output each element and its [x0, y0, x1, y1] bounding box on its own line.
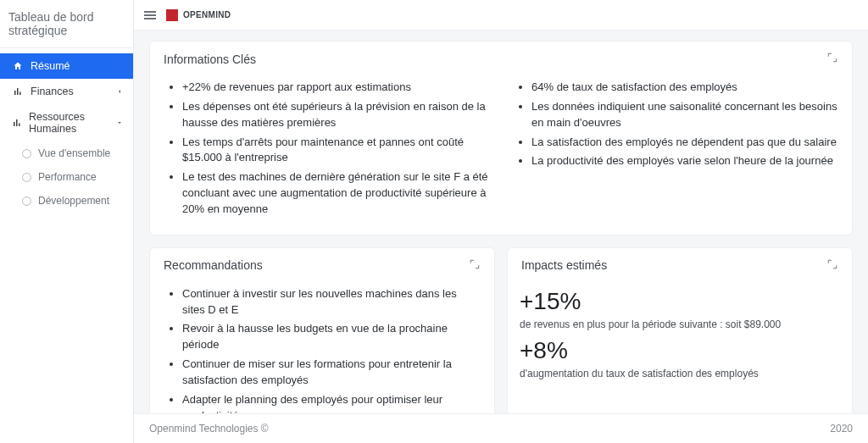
- chevron-left-icon: [116, 87, 123, 97]
- list-item: Les temps d'arrêts pour maintenance et p…: [182, 135, 491, 167]
- sidebar-item-resume[interactable]: Résumé: [0, 53, 133, 79]
- footer-copyright: Openmind Technologies ©: [149, 423, 269, 435]
- brand: OPENMIND: [166, 9, 231, 21]
- sidebar-item-label: Résumé: [31, 60, 70, 72]
- menu-icon[interactable]: [144, 11, 156, 19]
- list-item: Adapter le planning des employés pour op…: [182, 392, 482, 413]
- home-icon: [12, 60, 24, 72]
- radio-icon: [22, 149, 31, 158]
- radio-icon: [22, 173, 31, 182]
- app-title: Tableau de bord stratégique: [0, 0, 133, 48]
- expand-icon[interactable]: [826, 52, 838, 66]
- sidebar-subitem-label: Vue d'ensemble: [38, 147, 110, 159]
- chevron-down-icon: [116, 119, 123, 128]
- main: OPENMIND Informations Clés +22% de reven…: [134, 0, 868, 443]
- sidebar-item-finances[interactable]: Finances: [0, 79, 133, 104]
- list-item: La satisfaction des employés ne dépenden…: [531, 135, 840, 151]
- list-item: +22% de revenues par rapport aux estimat…: [182, 80, 491, 96]
- sidebar: Tableau de bord stratégique Résumé Finan…: [0, 0, 134, 443]
- brand-logo-icon: [166, 9, 178, 21]
- list-item: Continuer à investir sur les nouvelles m…: [182, 286, 482, 318]
- sidebar-subitem-label: Développement: [38, 195, 109, 207]
- sidebar-item-label: Finances: [31, 86, 74, 97]
- list-item: Revoir à la hausse les budgets en vue de…: [182, 321, 482, 353]
- chart-icon: [12, 86, 24, 97]
- footer-year: 2020: [830, 423, 853, 435]
- key-info-left-list: +22% de revenues par rapport aux estimat…: [162, 76, 491, 221]
- card-key-info: Informations Clés +22% de revenues par r…: [149, 41, 853, 235]
- list-item: Les données indiquient une saisonalité c…: [531, 99, 840, 131]
- sidebar-nav: Résumé Finances Ressources Humaines: [0, 48, 133, 213]
- sidebar-item-label: Ressources Humaines: [29, 111, 109, 135]
- list-item: Continuer de miser sur les formations po…: [182, 357, 482, 389]
- card-title: Impacts estimés: [521, 258, 607, 272]
- card-impacts: Impacts estimés +15% de revenus en plus …: [507, 247, 853, 413]
- expand-icon[interactable]: [826, 258, 838, 273]
- footer: Openmind Technologies © 2020: [134, 413, 868, 443]
- list-item: Le test des machines de dernière générat…: [182, 169, 491, 218]
- topbar: OPENMIND: [134, 0, 868, 30]
- sidebar-subitem-vue[interactable]: Vue d'ensemble: [8, 141, 133, 165]
- card-title: Informations Clés: [164, 53, 256, 66]
- brand-name: OPENMIND: [183, 10, 231, 19]
- recommendations-list: Continuer à investir sur les nouvelles m…: [162, 286, 482, 413]
- impact-figure: +15%: [520, 288, 840, 315]
- impact-figure: +8%: [520, 337, 840, 364]
- list-item: 64% de taux de satisfaction des employés: [531, 80, 840, 96]
- chart-icon: [12, 117, 22, 129]
- impact-caption: de revenus en plus pour la période suiva…: [520, 318, 840, 330]
- radio-icon: [22, 197, 31, 206]
- card-title: Recommandations: [164, 258, 263, 272]
- sidebar-item-rh[interactable]: Ressources Humaines: [0, 104, 133, 141]
- sidebar-submenu-rh: Vue d'ensemble Performance Développement: [0, 141, 133, 213]
- expand-icon[interactable]: [469, 258, 481, 273]
- list-item: La productivité des employés varie selon…: [531, 153, 840, 169]
- sidebar-subitem-label: Performance: [38, 171, 97, 183]
- sidebar-subitem-performance[interactable]: Performance: [8, 165, 133, 189]
- card-recommendations: Recommandations Continuer à investir sur…: [149, 247, 495, 413]
- list-item: Les dépenses ont été supérieurs à la pré…: [182, 99, 491, 131]
- sidebar-subitem-developpement[interactable]: Développement: [8, 189, 133, 213]
- key-info-right-list: 64% de taux de satisfaction des employés…: [511, 76, 840, 221]
- impact-caption: d'augmentation du taux de satisfaction d…: [520, 368, 840, 379]
- content: Informations Clés +22% de revenues par r…: [134, 30, 868, 413]
